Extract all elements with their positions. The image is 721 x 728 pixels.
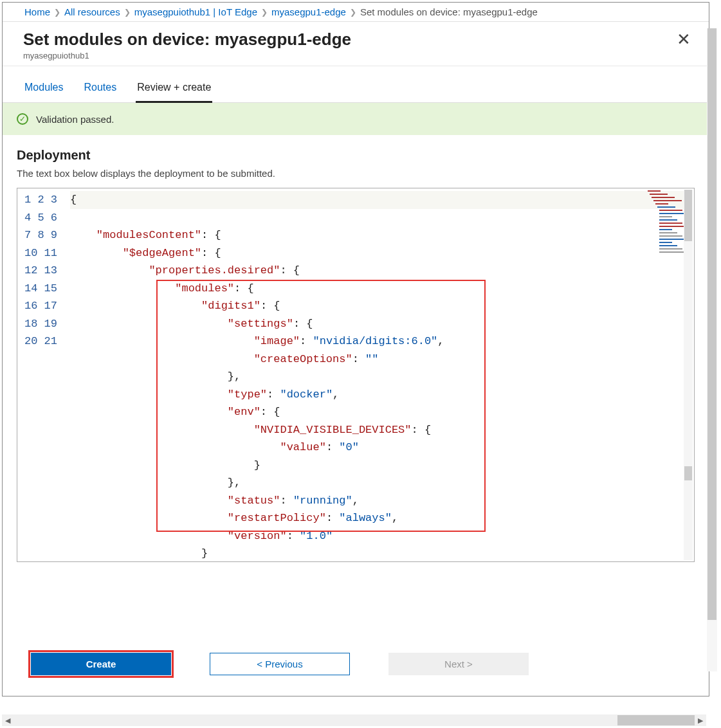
chevron-right-icon: ❯ xyxy=(261,8,268,17)
breadcrumb-home[interactable]: Home xyxy=(24,6,50,17)
breadcrumb-all-resources[interactable]: All resources xyxy=(64,6,120,17)
next-button: Next > xyxy=(388,653,529,675)
scrollbar-thumb[interactable] xyxy=(684,190,692,241)
chevron-right-icon: ❯ xyxy=(54,8,60,17)
page-vertical-scrollbar[interactable] xyxy=(707,28,717,671)
json-editor[interactable]: 1 2 3 4 5 6 7 8 9 10 11 12 13 14 15 16 1… xyxy=(17,188,695,562)
scrollbar-thumb[interactable] xyxy=(617,715,695,725)
scrollbar-thumb[interactable] xyxy=(707,28,716,620)
tabs: Modules Routes Review + create xyxy=(3,75,709,103)
previous-button[interactable]: < Previous xyxy=(210,653,350,675)
page-frame: Home ❯ All resources ❯ myasegpuiothub1 |… xyxy=(2,2,709,696)
breadcrumb-iothub[interactable]: myasegpuiothub1 | IoT Edge xyxy=(134,6,257,17)
tab-modules[interactable]: Modules xyxy=(23,75,64,103)
page-header: Set modules on device: myasegpu1-edge my… xyxy=(3,22,709,66)
deployment-heading: Deployment xyxy=(17,148,695,163)
close-icon[interactable]: ✕ xyxy=(673,30,695,50)
editor-code[interactable]: { "modulesContent": { "$edgeAgent": { "p… xyxy=(66,188,694,561)
page-subtitle: myasegpuiothub1 xyxy=(23,51,351,60)
scrollbar-thumb[interactable] xyxy=(684,466,692,480)
chevron-right-icon: ❯ xyxy=(124,8,131,17)
editor-scrollbar[interactable] xyxy=(684,190,693,560)
page-horizontal-scrollbar[interactable]: ◀ ▶ xyxy=(2,714,706,726)
create-button[interactable]: Create xyxy=(31,653,171,675)
footer-buttons: Create < Previous Next > xyxy=(17,641,695,689)
check-circle-icon: ✓ xyxy=(17,113,28,125)
breadcrumb: Home ❯ All resources ❯ myasegpuiothub1 |… xyxy=(3,3,709,22)
breadcrumb-current: Set modules on device: myasegpu1-edge xyxy=(360,6,538,17)
content-area: Deployment The text box below displays t… xyxy=(3,135,709,696)
tab-review-create[interactable]: Review + create xyxy=(136,75,212,103)
breadcrumb-edge-device[interactable]: myasegpu1-edge xyxy=(271,6,346,17)
tab-routes[interactable]: Routes xyxy=(82,75,118,103)
editor-gutter: 1 2 3 4 5 6 7 8 9 10 11 12 13 14 15 16 1… xyxy=(17,188,66,561)
deployment-description: The text box below displays the deployme… xyxy=(17,168,695,179)
scroll-left-icon[interactable]: ◀ xyxy=(2,716,14,725)
page-title: Set modules on device: myasegpu1-edge xyxy=(23,30,351,50)
validation-text: Validation passed. xyxy=(36,114,114,125)
chevron-right-icon: ❯ xyxy=(350,8,356,17)
scroll-right-icon[interactable]: ▶ xyxy=(695,716,706,725)
validation-banner: ✓ Validation passed. xyxy=(3,103,709,135)
